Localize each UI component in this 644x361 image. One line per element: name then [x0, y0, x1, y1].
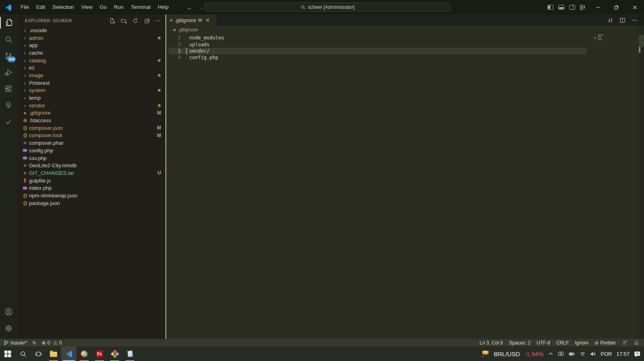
notifications-bell-icon[interactable]: [634, 340, 639, 346]
menu-selection[interactable]: Selection: [49, 0, 77, 14]
file-item-geolite2-city-mmdb[interactable]: ≡GeoLite2-City.mmdb: [17, 162, 166, 169]
refresh-icon[interactable]: [132, 18, 138, 24]
eol-sequence[interactable]: CRLF: [556, 340, 569, 346]
editor-scrollbar[interactable]: [639, 14, 644, 339]
folder-item-system[interactable]: ›system: [17, 87, 166, 94]
restore-button[interactable]: [607, 0, 625, 14]
menu-view[interactable]: View: [78, 0, 96, 14]
todo-tree-icon[interactable]: [0, 97, 17, 113]
indentation[interactable]: Spaces: 2: [509, 340, 530, 346]
new-file-icon[interactable]: [109, 18, 116, 24]
menu-edit[interactable]: Edit: [33, 0, 49, 14]
settings-icon[interactable]: [0, 320, 17, 336]
folder-item-app[interactable]: ›app: [17, 41, 166, 49]
folder-item-ez[interactable]: ›ez: [17, 64, 166, 72]
action-center-icon[interactable]: [634, 351, 641, 357]
file-item--gitignore[interactable]: ◆.gitignoreM: [17, 109, 166, 117]
menu-file[interactable]: File: [17, 0, 33, 14]
taskbar-search-icon[interactable]: [15, 347, 31, 361]
code-line-3[interactable]: 3vendor/: [166, 48, 644, 54]
file-item-npm-shrinkwrap-json[interactable]: {}npm-shrinkwrap.json: [17, 192, 166, 199]
file-item-package-json[interactable]: {}package.json: [17, 199, 166, 207]
more-actions-icon[interactable]: [155, 18, 161, 24]
taskbar-task-view-icon[interactable]: [31, 347, 46, 361]
toggle-secondary-sidebar-icon[interactable]: [567, 0, 578, 14]
editor-more-icon[interactable]: [632, 17, 638, 23]
checklist-icon[interactable]: [0, 113, 17, 130]
collapse-folders-icon[interactable]: [144, 18, 150, 24]
folder-item--vscode[interactable]: ›.vscode: [17, 27, 166, 34]
clock[interactable]: 17:57: [616, 351, 630, 357]
taskbar-winmerge-icon[interactable]: [107, 347, 122, 361]
open-changes-icon[interactable]: [607, 17, 613, 23]
folder-item-image[interactable]: ›image: [17, 72, 166, 79]
file-item-index-php[interactable]: index.php: [17, 184, 166, 192]
input-language[interactable]: POR: [601, 351, 612, 357]
folder-item-pinterest[interactable]: ›Pinterest: [17, 79, 166, 87]
folder-item-admin[interactable]: ›admin: [17, 34, 166, 42]
file-item-gulpfile-js[interactable]: gulpfile.js: [17, 177, 166, 185]
battery-icon[interactable]: [569, 351, 575, 357]
taskbar-notepad-icon[interactable]: [122, 347, 138, 361]
search-icon[interactable]: [0, 31, 17, 47]
meet-now-icon[interactable]: [558, 351, 564, 357]
code-line-2[interactable]: 2uploads: [166, 41, 644, 47]
ticker-pair[interactable]: BRL/USD: [494, 351, 520, 357]
wifi-icon[interactable]: [580, 351, 586, 357]
taskbar-vscode-icon[interactable]: [61, 347, 76, 361]
minimize-button[interactable]: [588, 0, 607, 14]
file-item--htaccess[interactable]: .htaccess: [17, 117, 166, 124]
menu-go[interactable]: Go: [96, 0, 110, 14]
file-item-csv-php[interactable]: csv.php: [17, 154, 166, 162]
cursor-position[interactable]: Ln 3, Col 8: [479, 340, 503, 346]
file-item-composer-lock[interactable]: {}composer.lockM: [17, 132, 166, 139]
encoding[interactable]: UTF-8: [537, 340, 550, 346]
folder-item-cache[interactable]: ›cache: [17, 49, 166, 57]
taskbar-filezilla-icon[interactable]: Fz: [92, 347, 107, 361]
ticker-change[interactable]: -1,94%: [524, 351, 544, 357]
tab-gitignore[interactable]: ◆ .gitignore M ✕: [166, 14, 216, 26]
menu-run[interactable]: Run: [110, 0, 127, 14]
volume-icon[interactable]: [590, 351, 596, 357]
toggle-panel-icon[interactable]: [556, 0, 567, 14]
file-item-git-changes-tar[interactable]: ≡GIT_CHANGES.tarU: [17, 169, 166, 177]
file-item-composer-json[interactable]: {}composer.jsonM: [17, 124, 166, 132]
minimap[interactable]: [598, 35, 604, 41]
toggle-primary-sidebar-icon[interactable]: [545, 0, 556, 14]
split-editor-icon[interactable]: [619, 17, 625, 23]
folder-item-catalog[interactable]: ›catalog: [17, 57, 166, 64]
code-line-1[interactable]: 1node_modules: [166, 35, 644, 41]
new-folder-icon[interactable]: [121, 18, 127, 24]
source-control-icon[interactable]: 104: [0, 47, 17, 64]
taskbar-start-icon[interactable]: [0, 347, 15, 361]
problems-status[interactable]: ⊗0 ⚠0: [41, 340, 62, 346]
code-line-4[interactable]: 4config.php: [166, 54, 644, 61]
breadcrumb[interactable]: ◆ .gitignore: [166, 26, 644, 34]
extensions-icon[interactable]: [0, 80, 17, 97]
command-center-search[interactable]: scheer [Administrator]: [204, 2, 451, 12]
feedback-icon[interactable]: [622, 340, 627, 346]
sync-status[interactable]: ↻: [32, 340, 36, 346]
tab-close-icon[interactable]: ✕: [206, 17, 210, 23]
menu-help[interactable]: Help: [154, 0, 172, 14]
menu-terminal[interactable]: Terminal: [127, 0, 154, 14]
file-item-config-php[interactable]: config.php: [17, 147, 166, 154]
taskbar-file-explorer-icon[interactable]: [46, 347, 61, 361]
close-button[interactable]: [625, 0, 644, 14]
accounts-icon[interactable]: [0, 304, 17, 320]
nav-back-icon[interactable]: ←: [187, 4, 193, 11]
news-widget-icon[interactable]: [481, 349, 489, 358]
customize-layout-icon[interactable]: [578, 0, 588, 14]
formatter-status[interactable]: ⊘Prettier: [594, 340, 616, 346]
folder-item-temp[interactable]: ›temp: [17, 94, 166, 102]
explorer-icon[interactable]: [0, 14, 17, 31]
run-and-debug-icon[interactable]: [0, 64, 17, 80]
code-area[interactable]: 1node_modules2uploads3vendor/4config.php: [166, 34, 644, 61]
git-branch-status[interactable]: master*: [4, 340, 27, 346]
folder-item-vendor[interactable]: ›vendor: [17, 102, 166, 109]
tray-expand-chevron-icon[interactable]: [548, 351, 553, 357]
file-item-composer-phar[interactable]: ≡composer.phar: [17, 139, 166, 147]
language-mode[interactable]: Ignore: [575, 340, 588, 346]
taskbar-chrome-icon[interactable]: [76, 347, 92, 361]
scrollbar-slider[interactable]: [639, 35, 644, 47]
